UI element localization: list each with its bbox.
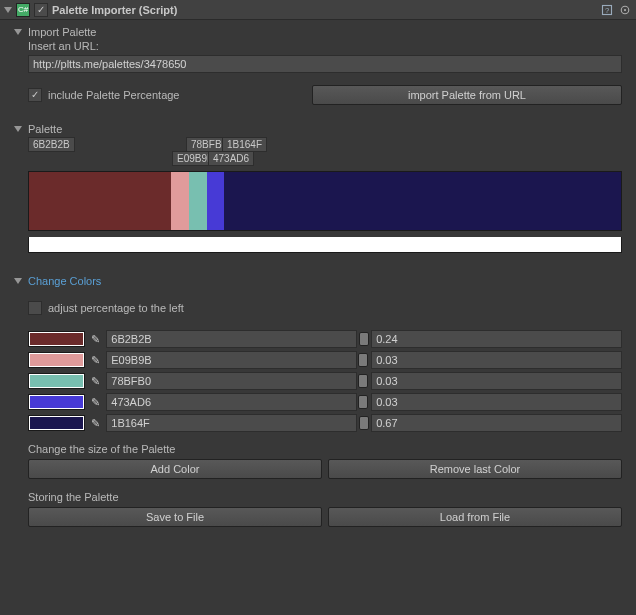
color-field[interactable]	[28, 415, 85, 431]
import-from-url-button[interactable]: import Palette from URL	[312, 85, 622, 105]
palette-swatch	[207, 172, 225, 230]
percentage-slider[interactable]	[363, 331, 365, 347]
hex-input[interactable]	[106, 393, 357, 411]
percentage-slider[interactable]	[363, 373, 365, 389]
color-row: ✎	[28, 330, 622, 348]
adjust-percentage-checkbox[interactable]	[28, 301, 42, 315]
component-enabled-checkbox[interactable]	[34, 3, 48, 17]
palette-preview	[28, 171, 622, 231]
import-palette-foldout[interactable]: Import Palette	[0, 20, 636, 40]
percentage-input[interactable]	[371, 330, 622, 348]
component-header: C# Palette Importer (Script) ?	[0, 0, 636, 20]
palette-preview-alpha	[28, 237, 622, 253]
help-icon[interactable]: ?	[600, 3, 614, 17]
chevron-down-icon	[14, 126, 22, 132]
color-field[interactable]	[28, 394, 85, 410]
change-colors-foldout[interactable]: Change Colors	[0, 269, 636, 289]
color-field[interactable]	[28, 352, 85, 368]
percentage-input[interactable]	[371, 372, 622, 390]
palette-swatch	[189, 172, 207, 230]
hex-tag: 473AD6	[208, 151, 254, 166]
include-percentage-checkbox[interactable]	[28, 88, 42, 102]
percentage-slider[interactable]	[363, 394, 365, 410]
color-row: ✎	[28, 372, 622, 390]
hex-tag: 1B164F	[222, 137, 267, 152]
eyedropper-icon[interactable]: ✎	[91, 332, 100, 346]
palette-swatch	[171, 172, 189, 230]
eyedropper-icon[interactable]: ✎	[91, 395, 100, 409]
percentage-input[interactable]	[371, 414, 622, 432]
color-field[interactable]	[28, 373, 85, 389]
eyedropper-icon[interactable]: ✎	[91, 416, 100, 430]
svg-point-3	[624, 8, 626, 10]
eyedropper-icon[interactable]: ✎	[91, 374, 100, 388]
component-title: Palette Importer (Script)	[52, 4, 600, 16]
section-label: Import Palette	[28, 26, 96, 38]
palette-foldout[interactable]: Palette	[0, 117, 636, 137]
load-from-file-button[interactable]: Load from File	[328, 507, 622, 527]
include-percentage-label: include Palette Percentage	[48, 89, 179, 101]
size-label: Change the size of the Palette	[28, 443, 622, 455]
url-label: Insert an URL:	[28, 40, 622, 52]
color-row: ✎	[28, 393, 622, 411]
palette-swatch	[29, 172, 171, 230]
percentage-input[interactable]	[371, 351, 622, 369]
hex-input[interactable]	[106, 351, 357, 369]
adjust-percentage-label: adjust percentage to the left	[48, 302, 184, 314]
script-icon: C#	[16, 3, 30, 17]
hex-input[interactable]	[106, 330, 357, 348]
hex-input[interactable]	[106, 372, 357, 390]
gear-icon[interactable]	[618, 3, 632, 17]
percentage-slider[interactable]	[363, 415, 365, 431]
color-field[interactable]	[28, 331, 85, 347]
remove-last-color-button[interactable]: Remove last Color	[328, 459, 622, 479]
eyedropper-icon[interactable]: ✎	[91, 353, 100, 367]
add-color-button[interactable]: Add Color	[28, 459, 322, 479]
palette-swatch	[224, 172, 621, 230]
hex-input[interactable]	[106, 414, 357, 432]
section-label: Palette	[28, 123, 62, 135]
percentage-input[interactable]	[371, 393, 622, 411]
foldout-arrow-icon[interactable]	[4, 7, 12, 13]
color-row: ✎	[28, 351, 622, 369]
color-row: ✎	[28, 414, 622, 432]
save-to-file-button[interactable]: Save to File	[28, 507, 322, 527]
hex-tag: 6B2B2B	[28, 137, 75, 152]
chevron-down-icon	[14, 278, 22, 284]
storing-label: Storing the Palette	[28, 491, 622, 503]
section-label: Change Colors	[28, 275, 101, 287]
url-input[interactable]	[28, 55, 622, 73]
percentage-slider[interactable]	[363, 352, 365, 368]
chevron-down-icon	[14, 29, 22, 35]
hex-label-strip: 6B2B2B78BFB01B164FE09B9B473AD6	[28, 137, 622, 165]
svg-text:?: ?	[605, 6, 609, 15]
